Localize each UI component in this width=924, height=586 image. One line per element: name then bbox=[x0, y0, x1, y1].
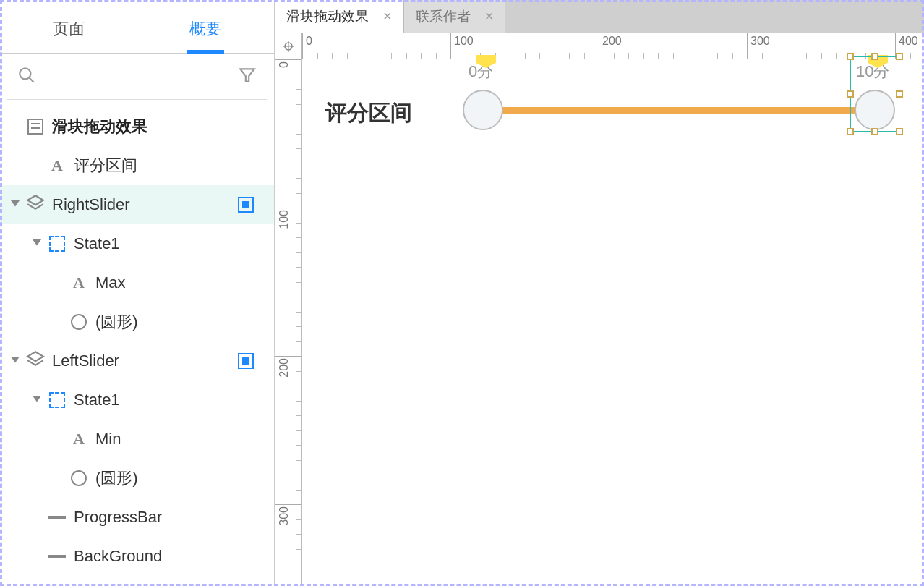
dynamic-panel-badge-icon bbox=[238, 197, 254, 213]
document-tabstrip: 滑块拖动效果×联系作者× bbox=[275, 0, 924, 33]
layers-icon bbox=[26, 349, 45, 373]
outline-panel: 页面 概要 滑块拖动效果A评分区间RightSliderState1AMax(圆… bbox=[0, 0, 275, 586]
svg-marker-8 bbox=[33, 396, 41, 402]
resize-handle-icon[interactable] bbox=[847, 90, 854, 98]
ruler-tick-label: 200 bbox=[278, 358, 291, 378]
outline-item[interactable]: BackGround bbox=[0, 537, 274, 576]
text-icon: A bbox=[73, 273, 85, 292]
outline-item-label: State1 bbox=[74, 391, 120, 409]
outline-item-label: Max bbox=[95, 273, 126, 292]
resize-handle-icon[interactable] bbox=[896, 90, 903, 98]
state-icon bbox=[49, 236, 65, 252]
outline-search-row bbox=[7, 54, 267, 100]
text-icon: A bbox=[73, 430, 85, 449]
outline-item[interactable]: ProgressBar bbox=[0, 498, 274, 537]
outline-item-label: RightSlider bbox=[52, 195, 130, 214]
text-icon: A bbox=[51, 156, 63, 175]
ruler-tick-label: 200 bbox=[602, 35, 622, 48]
close-icon[interactable]: × bbox=[485, 8, 494, 25]
svg-marker-7 bbox=[27, 352, 43, 361]
close-icon[interactable]: × bbox=[383, 8, 392, 25]
outline-item[interactable]: (圆形) bbox=[0, 459, 274, 498]
ellipse-icon bbox=[71, 314, 87, 330]
caret-icon[interactable] bbox=[30, 394, 43, 407]
caret-icon bbox=[52, 472, 65, 485]
ruler-tick-label: 300 bbox=[750, 35, 770, 48]
state-icon bbox=[49, 392, 65, 408]
outline-item[interactable]: AMax bbox=[0, 263, 274, 302]
svg-marker-4 bbox=[27, 195, 43, 205]
resize-handle-icon[interactable] bbox=[847, 128, 854, 135]
svg-marker-5 bbox=[33, 239, 41, 245]
dynamic-panel-badge-icon bbox=[238, 353, 254, 369]
ellipse-icon bbox=[71, 470, 87, 486]
caret-icon bbox=[52, 433, 65, 446]
outline-item[interactable]: LeftSlider bbox=[0, 341, 274, 381]
ruler-tick-label: 100 bbox=[454, 35, 474, 48]
resize-handle-icon[interactable] bbox=[871, 53, 878, 60]
resize-handle-icon[interactable] bbox=[847, 53, 854, 60]
outline-item-label: LeftSlider bbox=[52, 352, 119, 370]
caret-icon bbox=[52, 315, 65, 328]
caret-icon bbox=[52, 276, 65, 289]
ruler-tick-label: 300 bbox=[278, 506, 291, 526]
outline-item-label: State1 bbox=[74, 234, 120, 253]
caret-icon bbox=[9, 120, 22, 133]
label-rating-range[interactable]: 评分区间 bbox=[325, 98, 412, 128]
svg-marker-3 bbox=[11, 200, 20, 206]
design-canvas[interactable]: 评分区间 0分 10分 bbox=[302, 59, 924, 586]
sidebar-tab-page[interactable]: 页面 bbox=[0, 18, 137, 53]
ruler-tick-label: 100 bbox=[278, 210, 291, 229]
outline-item-label: ProgressBar bbox=[74, 508, 162, 527]
progress-bar[interactable] bbox=[499, 107, 856, 114]
selection-box[interactable] bbox=[850, 56, 899, 132]
outline-item[interactable]: State1 bbox=[0, 224, 274, 263]
ruler-tick-label: 0 bbox=[278, 61, 291, 68]
caret-icon bbox=[30, 550, 43, 563]
svg-point-0 bbox=[20, 68, 30, 79]
outline-item[interactable]: RightSlider bbox=[0, 185, 274, 224]
outline-item-label: Min bbox=[95, 430, 121, 449]
page-icon bbox=[27, 119, 43, 135]
ruler-origin[interactable] bbox=[275, 33, 302, 59]
sidebar-tabs: 页面 概要 bbox=[0, 0, 274, 54]
svg-line-1 bbox=[29, 77, 34, 82]
outline-item[interactable]: (圆形) bbox=[0, 302, 274, 341]
sidebar-tab-outline[interactable]: 概要 bbox=[137, 18, 275, 53]
caret-icon bbox=[30, 511, 43, 524]
tab-label: 联系作者 bbox=[416, 7, 471, 26]
ruler-tick-label: 400 bbox=[899, 35, 918, 48]
left-slider-knob[interactable] bbox=[463, 90, 503, 130]
svg-marker-2 bbox=[240, 69, 254, 81]
layers-icon bbox=[26, 193, 45, 216]
outline-item[interactable]: 滑块拖动效果 bbox=[0, 107, 274, 146]
resize-handle-icon[interactable] bbox=[871, 128, 878, 135]
outline-item[interactable]: AMin bbox=[0, 420, 274, 459]
ruler-horizontal[interactable]: 0100200300400 bbox=[302, 33, 924, 59]
outline-item-label: 评分区间 bbox=[74, 155, 137, 177]
svg-marker-6 bbox=[11, 357, 20, 362]
outline-item[interactable]: A评分区间 bbox=[0, 146, 274, 185]
line-icon bbox=[48, 555, 66, 558]
tab-label: 滑块拖动效果 bbox=[286, 7, 369, 26]
caret-icon[interactable] bbox=[9, 354, 22, 368]
document-tab[interactable]: 联系作者× bbox=[404, 0, 506, 33]
caret-icon bbox=[30, 159, 43, 172]
outline-item-label: 滑块拖动效果 bbox=[52, 116, 147, 137]
outline-tree: 滑块拖动效果A评分区间RightSliderState1AMax(圆形)Left… bbox=[0, 100, 274, 576]
outline-item-label: (圆形) bbox=[95, 467, 138, 489]
resize-handle-icon[interactable] bbox=[896, 128, 903, 135]
ruler-tick-label: 0 bbox=[306, 35, 312, 48]
ruler-vertical[interactable]: 0100200300 bbox=[275, 59, 302, 586]
outline-item-label: BackGround bbox=[74, 547, 162, 566]
caret-icon[interactable] bbox=[9, 198, 22, 211]
outline-item[interactable]: State1 bbox=[0, 381, 274, 420]
resize-handle-icon[interactable] bbox=[896, 53, 903, 60]
outline-item-label: (圆形) bbox=[95, 311, 138, 333]
filter-icon[interactable] bbox=[238, 66, 257, 88]
caret-icon[interactable] bbox=[30, 237, 43, 250]
line-icon bbox=[48, 516, 66, 519]
document-tab[interactable]: 滑块拖动效果× bbox=[275, 0, 404, 33]
search-icon[interactable] bbox=[17, 66, 36, 88]
